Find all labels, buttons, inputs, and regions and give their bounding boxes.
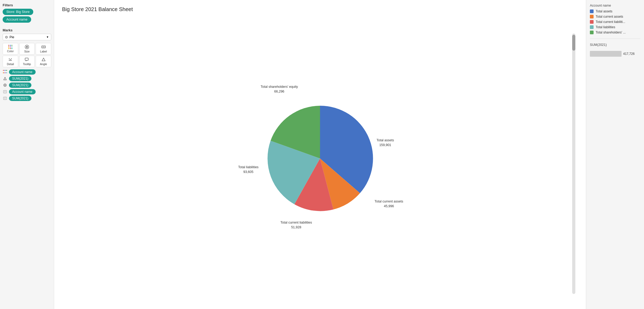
row-account-name-pill[interactable]: Account name: [9, 69, 36, 75]
label-button[interactable]: Label: [36, 43, 51, 55]
marks-buttons-grid: Color Size Label: [3, 43, 51, 67]
marks-type-label: Pie: [10, 35, 14, 39]
color-button[interactable]: Color: [3, 43, 18, 55]
sum-bar-container: 417,726: [590, 51, 640, 57]
marks-row-size: SUM(2021): [3, 83, 51, 88]
row-account-name-pill2[interactable]: Account name: [9, 89, 36, 94]
legend-color-2: [590, 20, 594, 24]
marks-row-angle: SUM(2021): [3, 76, 51, 81]
label-icon: [41, 45, 46, 49]
svg-point-4: [9, 59, 10, 59]
row-size-icon: [3, 83, 7, 88]
angle-button[interactable]: Angle: [36, 56, 51, 67]
size-label: Size: [24, 50, 30, 53]
pie-chart: Total assets159,901 Total current assets…: [254, 93, 386, 224]
marks-rows: Account name SUM(2021): [3, 69, 51, 101]
marks-row-color: Account name: [3, 69, 51, 75]
legend-item-1: Total current assets: [590, 15, 640, 18]
detail-icon: [8, 57, 13, 62]
svg-text:T: T: [4, 91, 6, 93]
tooltip-icon: [25, 57, 29, 62]
svg-point-6: [11, 59, 12, 59]
marks-row-label1: T Account name: [3, 89, 51, 94]
detail-label: Detail: [7, 62, 14, 66]
sum-title: SUM(2021): [590, 43, 640, 47]
row-text-icon: T: [3, 89, 7, 94]
row-sum-angle-pill[interactable]: SUM(2021): [9, 76, 31, 81]
pie-svg: [254, 93, 386, 224]
angle-icon: [41, 57, 46, 62]
size-icon: [25, 45, 29, 49]
legend-label-3: Total liabilities: [596, 25, 615, 29]
legend-label-1: Total current assets: [596, 15, 623, 18]
legend-color-1: [590, 15, 594, 18]
svg-point-1: [26, 46, 28, 48]
detail-button[interactable]: Detail: [3, 56, 18, 67]
tooltip-label: Tooltip: [23, 62, 31, 66]
legend-divider: [590, 38, 640, 39]
legend-item-3: Total liabilities: [590, 25, 640, 29]
legend-color-3: [590, 25, 594, 29]
label-label: Label: [40, 50, 47, 53]
filter-store[interactable]: Store: Big Store: [3, 9, 33, 15]
legend-item-0: Total assets: [590, 9, 640, 13]
color-icon: [8, 45, 12, 49]
svg-point-7: [9, 60, 10, 61]
filters-title: Filters: [3, 3, 51, 7]
legend-color-4: [590, 31, 594, 34]
svg-text:T: T: [4, 98, 6, 99]
legend-panel: Account name Total assets Total current …: [586, 0, 644, 309]
row-text2-icon: T: [3, 96, 7, 101]
main-content: Big Store 2021 Balance Sheet: [54, 0, 586, 309]
legend-label-4: Total shareholders' ...: [596, 31, 626, 34]
svg-point-8: [10, 60, 11, 61]
row-angle-icon: [3, 76, 7, 81]
marks-row-label2: T SUM(2021): [3, 96, 51, 101]
legend-color-0: [590, 9, 594, 13]
svg-marker-12: [42, 58, 45, 61]
filter-account-name[interactable]: Account name: [3, 16, 31, 23]
size-button[interactable]: Size: [19, 43, 35, 55]
legend-item-4: Total shareholders' ...: [590, 31, 640, 34]
angle-label: Angle: [40, 62, 47, 66]
legend-label-2: Total current liabiliti...: [596, 20, 625, 24]
sidebar: Filters Store: Big Store Account name Ma…: [0, 0, 54, 309]
sum-value: 417,726: [623, 52, 634, 56]
row-sum-size-pill[interactable]: SUM(2021): [9, 83, 31, 88]
color-label: Color: [7, 50, 14, 53]
legend-item-2: Total current liabiliti...: [590, 20, 640, 24]
svg-marker-13: [4, 77, 6, 80]
row-sum-label-pill[interactable]: SUM(2021): [9, 96, 31, 101]
scrollbar-thumb[interactable]: [572, 35, 575, 51]
chart-title: Big Store 2021 Balance Sheet: [62, 6, 578, 12]
svg-point-9: [11, 60, 12, 61]
sum-section: SUM(2021) 417,726: [590, 43, 640, 57]
svg-rect-10: [25, 58, 28, 60]
legend-account-name-title: Account name: [590, 4, 640, 7]
tooltip-button[interactable]: Tooltip: [19, 56, 35, 67]
svg-point-5: [10, 59, 11, 60]
svg-point-15: [4, 85, 6, 86]
row-dots-icon: [3, 70, 7, 74]
marks-title: Marks: [3, 28, 51, 32]
account-name-legend-section: Account name Total assets Total current …: [590, 4, 640, 34]
legend-label-0: Total assets: [596, 9, 612, 13]
scrollbar-track[interactable]: [572, 33, 575, 294]
chart-area: Total assets159,901 Total current assets…: [62, 18, 578, 299]
marks-type-dropdown[interactable]: ⊙ Pie ▼: [3, 34, 51, 40]
legend-items: Total assets Total current assets Total …: [590, 9, 640, 34]
sum-bar: [590, 51, 622, 57]
